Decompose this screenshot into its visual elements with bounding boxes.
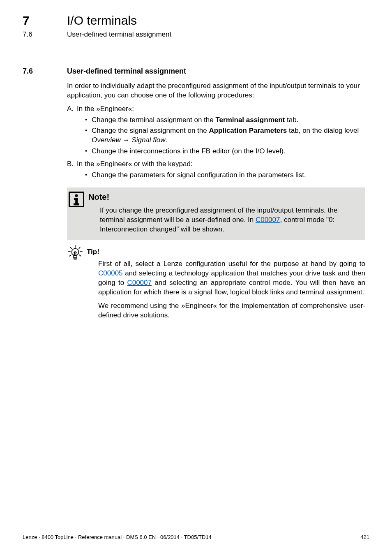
list-item-b: B. In the »Engineer« or with the keypad:… <box>67 160 365 182</box>
section-number: 7.6 <box>23 66 67 76</box>
svg-point-12 <box>72 248 79 255</box>
text: Change the terminal assignment on the <box>92 116 215 124</box>
note-title: Note! <box>88 192 358 203</box>
tip-p1-a: First of all, select a Lenze configurati… <box>98 260 365 268</box>
bullet-icon: • <box>85 171 92 180</box>
section-number-header: 7.6 <box>23 30 67 39</box>
arrow-icon: → <box>123 136 130 145</box>
tip-p2: We recommend using the »Engineer« for th… <box>98 301 365 320</box>
chapter-number: 7 <box>23 12 67 29</box>
text-italic: Signal flow <box>131 136 165 144</box>
chapter-title: I/O terminals <box>67 12 137 29</box>
link-c00005[interactable]: C00005 <box>98 269 123 277</box>
text: Change the interconnections in the FB ed… <box>92 147 286 155</box>
text: Change the signal assignment on the <box>92 127 209 134</box>
bullet-icon: • <box>85 116 92 125</box>
bullet-icon: • <box>85 147 92 156</box>
link-c00007[interactable]: C00007 <box>256 216 280 224</box>
tip-title: Tip! <box>87 247 365 257</box>
text: tab. <box>285 116 298 124</box>
text-bold: Application Parameters <box>209 127 287 134</box>
text-italic: Overview <box>92 136 121 144</box>
tip-box: Tip! First of all, select a Lenze config… <box>67 245 365 324</box>
intro-paragraph: In order to individually adapt the preco… <box>67 81 365 100</box>
footer-left: Lenze · 8400 TopLine · Reference manual … <box>23 534 212 541</box>
list-item: • Change the signal assignment on the Ap… <box>85 126 365 145</box>
list-a-label: In the »Engineer«: <box>77 105 134 113</box>
list-item: • Change the terminal assignment on the … <box>85 116 365 125</box>
list-marker: A. <box>67 104 77 158</box>
note-box: Note! If you change the preconfigured as… <box>67 187 365 240</box>
svg-point-1 <box>75 194 78 197</box>
list-marker: B. <box>67 160 77 182</box>
list-item-a: A. In the »Engineer«: • Change the termi… <box>67 104 365 158</box>
svg-line-10 <box>69 255 71 256</box>
text: tab, on the dialog level <box>287 127 359 134</box>
list-b-label: In the »Engineer« or with the keypad: <box>77 160 193 168</box>
info-icon <box>67 192 88 234</box>
link-c00007-tip[interactable]: C00007 <box>127 279 152 287</box>
text: Change the parameters for signal configu… <box>92 171 306 179</box>
text: . <box>166 136 168 144</box>
svg-rect-4 <box>74 204 79 206</box>
svg-line-6 <box>70 247 71 249</box>
bullet-icon: • <box>85 126 92 145</box>
svg-line-7 <box>79 247 80 249</box>
divider-dashes: _ _ _ _ _ _ _ _ _ _ _ _ _ _ _ _ _ _ _ _ … <box>23 51 369 57</box>
lightbulb-icon <box>67 245 87 324</box>
svg-line-11 <box>79 255 81 256</box>
list-item: • Change the parameters for signal confi… <box>85 171 365 180</box>
section-title-header: User-defined terminal assignment <box>67 30 171 39</box>
text-bold: Terminal assignment <box>215 116 285 124</box>
list-item: • Change the interconnections in the FB … <box>85 147 365 156</box>
section-title: User-defined terminal assignment <box>67 66 186 76</box>
footer-page-number: 421 <box>360 534 369 541</box>
